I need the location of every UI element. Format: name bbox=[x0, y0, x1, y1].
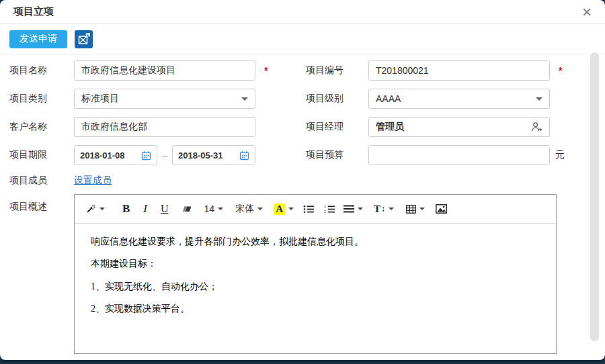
highlight-color-button[interactable]: A bbox=[274, 203, 294, 215]
form-row-name-code: 项目名称 * 项目编号 * bbox=[0, 56, 605, 85]
close-icon[interactable]: × bbox=[582, 4, 592, 20]
editor-toolbar: B I U 14 bbox=[75, 195, 556, 224]
person-add-icon[interactable] bbox=[531, 122, 542, 132]
broken-image-icon[interactable]: 默 bbox=[75, 30, 93, 48]
project-budget-input[interactable] bbox=[368, 145, 550, 165]
image-icon bbox=[436, 204, 447, 214]
customer-name-input[interactable] bbox=[74, 117, 255, 137]
project-initiation-dialog: 项目立项 × 发送申请 默 项目名称 * 项目编号 * bbox=[0, 0, 605, 360]
table-icon bbox=[406, 205, 416, 214]
project-manager-label: 项目经理 bbox=[306, 121, 368, 133]
project-manager-value: 管理员 bbox=[376, 121, 404, 133]
rich-text-editor: B I U 14 bbox=[74, 194, 557, 354]
calendar-icon[interactable] bbox=[141, 150, 151, 161]
calendar-icon[interactable] bbox=[239, 150, 249, 161]
chevron-down-icon bbox=[419, 208, 425, 210]
end-date-value: 2018-05-31 bbox=[178, 150, 223, 161]
project-members-label: 项目成员 bbox=[0, 175, 74, 187]
form-row-duration-budget: 项目期限 2018-01-08 -- 2018-05-31 bbox=[0, 141, 605, 169]
chevron-down-icon bbox=[218, 208, 223, 210]
customer-name-label: 客户名称 bbox=[0, 121, 74, 133]
font-size-select[interactable]: 14 bbox=[204, 203, 224, 214]
underline-button[interactable]: U bbox=[161, 203, 169, 215]
project-form: 项目名称 * 项目编号 * 项目类别 标准项目 项目级别 bbox=[0, 54, 605, 354]
dialog-scrollbar[interactable] bbox=[590, 52, 599, 341]
font-size-value: 14 bbox=[204, 203, 215, 214]
svg-text:2: 2 bbox=[324, 210, 326, 214]
project-level-label: 项目级别 bbox=[306, 93, 368, 105]
chevron-down-icon bbox=[99, 208, 105, 210]
dialog-title: 项目立项 bbox=[13, 5, 54, 18]
editor-paragraph: 1、实现无纸化、自动化办公； bbox=[91, 280, 540, 293]
project-overview-label: 项目概述 bbox=[0, 192, 74, 213]
line-height-select[interactable]: T ↕ bbox=[374, 203, 394, 215]
broken-image-glyph: 默 bbox=[77, 32, 91, 46]
project-name-label: 项目名称 bbox=[0, 64, 74, 77]
editor-paragraph: 本期建设目标： bbox=[91, 257, 540, 271]
line-height-icon: T bbox=[374, 203, 380, 215]
chevron-down-icon bbox=[257, 208, 263, 210]
dialog-title-bar: 项目立项 × bbox=[0, 0, 605, 24]
project-duration-label: 项目期限 bbox=[0, 149, 74, 161]
magic-wand-icon bbox=[85, 203, 96, 214]
unordered-list-icon bbox=[303, 205, 315, 214]
unordered-list-button[interactable] bbox=[303, 205, 315, 214]
project-level-value: AAAA bbox=[376, 93, 401, 104]
date-range-separator: -- bbox=[157, 150, 172, 161]
dialog-action-bar: 发送申请 默 bbox=[0, 24, 605, 54]
start-date-value: 2018-01-08 bbox=[80, 150, 125, 161]
form-row-customer-manager: 客户名称 项目经理 管理员 bbox=[0, 113, 605, 141]
font-family-select[interactable]: 宋体 bbox=[235, 203, 263, 215]
chevron-down-icon bbox=[358, 208, 363, 210]
budget-unit-label: 元 bbox=[555, 149, 565, 161]
chevron-down-icon bbox=[241, 97, 248, 101]
required-asterisk: * bbox=[255, 65, 282, 76]
end-date-picker[interactable]: 2018-05-31 bbox=[172, 145, 255, 165]
project-category-value: 标准项目 bbox=[81, 93, 119, 105]
project-name-input[interactable] bbox=[74, 60, 255, 81]
project-level-select[interactable]: AAAA bbox=[368, 89, 550, 109]
project-budget-label: 项目预算 bbox=[306, 149, 368, 161]
chevron-down-icon bbox=[389, 208, 394, 210]
editor-content-area[interactable]: 响应信息化建设要求，提升各部门办公效率，拟批建信息化项目。 本期建设目标： 1、… bbox=[75, 224, 556, 336]
send-application-button[interactable]: 发送申请 bbox=[9, 30, 67, 48]
project-category-select[interactable]: 标准项目 bbox=[74, 89, 255, 109]
project-category-label: 项目类别 bbox=[0, 93, 74, 105]
form-row-overview: 项目概述 B I bbox=[0, 192, 605, 354]
eraser-icon bbox=[181, 205, 192, 214]
highlight-letter: A bbox=[274, 203, 285, 215]
project-code-label: 项目编号 bbox=[306, 64, 368, 77]
required-asterisk: * bbox=[550, 65, 577, 76]
project-code-input[interactable] bbox=[368, 60, 550, 81]
bold-button[interactable]: B bbox=[122, 202, 130, 216]
ordered-list-icon: 1 2 bbox=[324, 205, 335, 214]
svg-text:1: 1 bbox=[324, 205, 326, 208]
form-row-category-level: 项目类别 标准项目 项目级别 AAAA bbox=[0, 85, 605, 113]
start-date-picker[interactable]: 2018-01-08 bbox=[74, 145, 157, 165]
form-row-members: 项目成员 设置成员 bbox=[0, 169, 605, 192]
updown-arrow-icon: ↕ bbox=[381, 204, 385, 214]
align-icon bbox=[344, 205, 354, 213]
editor-paragraph: 2、实现数据决策平台。 bbox=[91, 302, 540, 316]
ordered-list-button[interactable]: 1 2 bbox=[324, 205, 335, 214]
chevron-down-icon bbox=[536, 97, 542, 101]
insert-image-button[interactable] bbox=[436, 204, 447, 214]
remove-format-button[interactable] bbox=[181, 205, 192, 214]
align-select[interactable] bbox=[344, 205, 363, 213]
font-family-value: 宋体 bbox=[235, 203, 254, 215]
table-select[interactable] bbox=[406, 205, 425, 214]
italic-button[interactable]: I bbox=[143, 202, 147, 216]
editor-paragraph: 响应信息化建设要求，提升各部门办公效率，拟批建信息化项目。 bbox=[91, 235, 540, 248]
set-members-link[interactable]: 设置成员 bbox=[74, 175, 112, 187]
chevron-down-icon bbox=[288, 208, 294, 210]
project-manager-picker[interactable]: 管理员 bbox=[368, 117, 550, 137]
magic-wand-menu-button[interactable] bbox=[85, 203, 105, 214]
